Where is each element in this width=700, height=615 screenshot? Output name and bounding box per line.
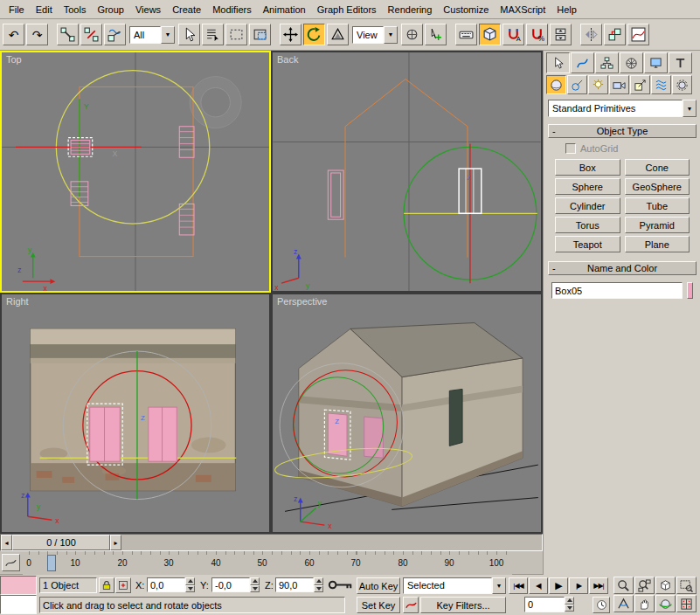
go-to-end-button[interactable]: ▶▶| [589, 577, 608, 594]
category-systems[interactable] [672, 75, 692, 94]
menu-graph-editors[interactable]: Graph Editors [312, 2, 382, 17]
box-object-outline[interactable] [80, 86, 193, 256]
default-tangent-button[interactable] [403, 597, 419, 613]
set-key-button[interactable]: Set Key [357, 597, 400, 613]
zoom-button[interactable] [613, 577, 634, 594]
keyboard-override-button[interactable] [455, 24, 477, 45]
plane-button[interactable]: Plane [625, 236, 690, 252]
primitive-category-dropdown[interactable]: Standard Primitives ▼ [548, 100, 697, 117]
category-geometry[interactable] [546, 75, 566, 94]
time-forward-arrow[interactable]: ▸ [110, 535, 121, 550]
sphere-button[interactable]: Sphere [555, 178, 620, 195]
chevron-down-icon[interactable]: ▼ [384, 26, 398, 44]
rotate-gizmo-axes[interactable]: Y X [16, 99, 142, 197]
align-button[interactable] [604, 24, 626, 45]
y-coord-spinner[interactable] [250, 577, 260, 592]
bind-to-space-warp-button[interactable] [104, 24, 126, 45]
pink-box-object[interactable] [328, 170, 343, 219]
pan-button[interactable] [634, 595, 655, 612]
viewport-right-label[interactable]: Right [6, 296, 29, 307]
menu-group[interactable]: Group [92, 2, 129, 17]
category-helpers[interactable] [630, 75, 650, 94]
tab-display[interactable] [644, 52, 668, 73]
tab-create[interactable] [546, 52, 570, 73]
zoom-extents-button[interactable] [655, 577, 676, 594]
tube-button[interactable]: Tube [625, 197, 690, 214]
select-object-button[interactable] [178, 24, 200, 45]
teapot-button[interactable]: Teapot [555, 236, 620, 252]
menu-customize[interactable]: Customize [438, 2, 494, 17]
unlink-selection-button[interactable] [80, 24, 102, 45]
menu-animation[interactable]: Animation [258, 2, 311, 17]
viewport-perspective[interactable]: Perspective [271, 293, 543, 534]
tab-hierarchy[interactable] [595, 52, 619, 73]
viewport-back[interactable]: Back Z [271, 51, 543, 293]
previous-frame-button[interactable]: ◀| [529, 577, 548, 594]
menu-edit[interactable]: Edit [31, 2, 58, 17]
rectangular-selection-region-button[interactable] [225, 24, 247, 45]
curve-editor-button[interactable] [627, 24, 649, 45]
track-bar[interactable]: 0 10 20 30 40 50 60 70 80 90 100 [0, 551, 543, 575]
selected-object[interactable] [68, 138, 93, 157]
mirror-button[interactable] [580, 24, 602, 45]
menu-rendering[interactable]: Rendering [383, 2, 438, 17]
select-and-link-button[interactable] [57, 24, 79, 45]
autogrid-checkbox[interactable] [565, 143, 576, 154]
viewport-top-canvas[interactable]: Y X y [2, 52, 269, 291]
arc-rotate-button[interactable] [655, 595, 676, 612]
category-space-warps[interactable] [651, 75, 671, 94]
time-configuration-button[interactable] [593, 597, 610, 613]
chevron-down-icon[interactable]: ▼ [161, 26, 175, 44]
object-name-input[interactable] [551, 282, 683, 299]
x-coord-field[interactable]: 0,0 [147, 577, 185, 592]
viewport-perspective-label[interactable]: Perspective [277, 296, 327, 307]
tab-modify[interactable] [571, 52, 594, 73]
viewport-top-label[interactable]: Top [6, 54, 22, 65]
geosphere-button[interactable]: GeoSphere [625, 178, 690, 195]
tab-motion[interactable] [620, 52, 643, 73]
go-to-start-button[interactable]: |◀◀ [509, 577, 528, 594]
viewport-back-label[interactable]: Back [277, 54, 298, 65]
chevron-down-icon[interactable]: ▼ [683, 100, 697, 117]
reference-coordinate-dropdown[interactable]: View ▼ [352, 26, 398, 44]
angle-snap-button[interactable]: A [502, 24, 524, 45]
z-coord-spinner[interactable] [314, 577, 323, 592]
mini-curve-editor-button[interactable] [2, 554, 20, 571]
field-of-view-button[interactable] [613, 595, 634, 612]
track-bar-ruler[interactable]: 0 10 20 30 40 50 60 70 80 90 100 [23, 551, 512, 575]
select-and-scale-button[interactable] [327, 24, 349, 45]
current-frame-field[interactable]: 0 [524, 597, 565, 612]
auto-key-button[interactable]: Auto Key [357, 577, 400, 594]
next-frame-button[interactable]: |▶ [569, 577, 588, 594]
window-crossing-button[interactable] [249, 24, 271, 45]
play-button[interactable]: ▶ [549, 577, 568, 594]
name-color-rollout-header[interactable]: - Name and Color [548, 261, 697, 275]
pink-box-objects[interactable] [71, 127, 194, 235]
x-coord-spinner[interactable] [185, 577, 195, 592]
z-coord-field[interactable]: 90,0 [275, 577, 314, 592]
menu-create[interactable]: Create [167, 2, 206, 17]
absolute-mode-button[interactable] [115, 577, 131, 593]
maximize-viewport-button[interactable] [676, 595, 697, 612]
wall-texture-plane[interactable] [31, 328, 236, 490]
viewport-back-canvas[interactable]: Z z x y [273, 52, 541, 291]
time-slider[interactable]: ◂ 0 / 100 ▸ [0, 534, 543, 551]
time-slider-handle[interactable]: 0 / 100 [12, 535, 110, 550]
select-by-name-button[interactable] [202, 24, 224, 45]
category-shapes[interactable] [567, 75, 587, 94]
snaps-toggle-button[interactable] [479, 24, 501, 45]
object-color-swatch[interactable] [687, 282, 693, 299]
category-lights[interactable] [588, 75, 608, 94]
current-frame-marker[interactable] [47, 555, 56, 571]
frame-spinner[interactable] [565, 597, 574, 612]
y-coord-field[interactable]: -0,0 [211, 577, 250, 592]
selection-filter-dropdown[interactable]: All ▼ [129, 26, 175, 44]
menu-modifiers[interactable]: Modifiers [207, 2, 257, 17]
menu-tools[interactable]: Tools [59, 2, 92, 17]
menu-views[interactable]: Views [130, 2, 166, 17]
pyramid-button[interactable]: Pyramid [625, 217, 690, 233]
time-back-arrow[interactable]: ◂ [1, 535, 12, 550]
redo-button[interactable]: ↷ [26, 24, 48, 45]
object-type-rollout-header[interactable]: - Object Type [548, 124, 697, 138]
viewport-right-canvas[interactable]: Z z x y [2, 294, 269, 532]
